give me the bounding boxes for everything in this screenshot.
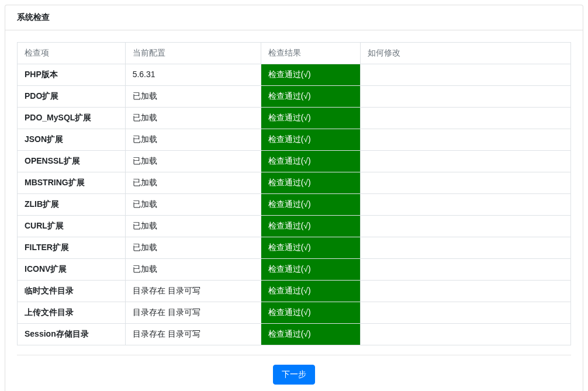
cell-how-to-fix [361,86,571,108]
cell-check-result: 检查通过(√) [261,324,360,345]
cell-how-to-fix [361,302,571,324]
cell-how-to-fix [361,237,571,259]
cell-check-item: FILTER扩展 [18,237,126,259]
table-row: OPENSSL扩展已加载检查通过(√) [18,151,571,172]
cell-check-item: CURL扩展 [18,216,126,237]
cell-check-result: 检查通过(√) [261,259,360,281]
cell-check-result: 检查通过(√) [261,108,360,129]
cell-check-item: Session存储目录 [18,324,126,345]
cell-how-to-fix [361,194,571,216]
cell-current-config: 已加载 [125,237,261,259]
next-step-button[interactable]: 下一步 [273,365,315,385]
cell-current-config: 已加载 [125,86,261,108]
col-header-how-to-fix: 如何修改 [361,43,571,64]
cell-how-to-fix [361,129,571,151]
table-row: PHP版本5.6.31检查通过(√) [18,64,571,86]
cell-check-result: 检查通过(√) [261,129,360,151]
table-row: PDO_MySQL扩展已加载检查通过(√) [18,108,571,129]
system-check-table: 检查项 当前配置 检查结果 如何修改 PHP版本5.6.31检查通过(√)PDO… [17,42,571,345]
cell-check-result: 检查通过(√) [261,172,360,194]
table-row: 上传文件目录目录存在 目录可写检查通过(√) [18,302,571,324]
cell-how-to-fix [361,172,571,194]
cell-check-item: 临时文件目录 [18,281,126,302]
cell-how-to-fix [361,64,571,86]
cell-how-to-fix [361,324,571,345]
table-row: ICONV扩展已加载检查通过(√) [18,259,571,281]
cell-how-to-fix [361,259,571,281]
cell-current-config: 已加载 [125,216,261,237]
table-row: ZLIB扩展已加载检查通过(√) [18,194,571,216]
cell-current-config: 已加载 [125,172,261,194]
table-row: Session存储目录目录存在 目录可写检查通过(√) [18,324,571,345]
cell-how-to-fix [361,151,571,172]
cell-current-config: 目录存在 目录可写 [125,302,261,324]
table-row: JSON扩展已加载检查通过(√) [18,129,571,151]
col-header-current-config: 当前配置 [125,43,261,64]
page-title: 系统检查 [5,5,583,30]
table-row: 临时文件目录目录存在 目录可写检查通过(√) [18,281,571,302]
cell-current-config: 目录存在 目录可写 [125,324,261,345]
cell-how-to-fix [361,281,571,302]
cell-check-item: PDO扩展 [18,86,126,108]
divider [17,355,571,355]
cell-check-item: JSON扩展 [18,129,126,151]
cell-check-item: 上传文件目录 [18,302,126,324]
cell-current-config: 已加载 [125,108,261,129]
col-header-check-result: 检查结果 [261,43,360,64]
cell-check-result: 检查通过(√) [261,151,360,172]
cell-current-config: 已加载 [125,129,261,151]
table-row: MBSTRING扩展已加载检查通过(√) [18,172,571,194]
cell-check-item: ICONV扩展 [18,259,126,281]
cell-how-to-fix [361,216,571,237]
cell-check-result: 检查通过(√) [261,216,360,237]
cell-check-item: ZLIB扩展 [18,194,126,216]
cell-current-config: 已加载 [125,151,261,172]
cell-check-result: 检查通过(√) [261,64,360,86]
cell-check-result: 检查通过(√) [261,281,360,302]
card-body: 检查项 当前配置 检查结果 如何修改 PHP版本5.6.31检查通过(√)PDO… [5,30,583,391]
table-row: CURL扩展已加载检查通过(√) [18,216,571,237]
cell-current-config: 已加载 [125,259,261,281]
cell-current-config: 目录存在 目录可写 [125,281,261,302]
cell-check-item: OPENSSL扩展 [18,151,126,172]
button-row: 下一步 [17,365,571,385]
cell-check-result: 检查通过(√) [261,194,360,216]
cell-current-config: 5.6.31 [125,64,261,86]
cell-check-result: 检查通过(√) [261,86,360,108]
cell-check-item: MBSTRING扩展 [18,172,126,194]
system-check-card: 系统检查 检查项 当前配置 检查结果 如何修改 PHP版本5.6.31检查通过(… [5,5,583,391]
table-row: FILTER扩展已加载检查通过(√) [18,237,571,259]
cell-check-result: 检查通过(√) [261,302,360,324]
cell-how-to-fix [361,108,571,129]
cell-check-item: PDO_MySQL扩展 [18,108,126,129]
table-header-row: 检查项 当前配置 检查结果 如何修改 [18,43,571,64]
cell-current-config: 已加载 [125,194,261,216]
col-header-check-item: 检查项 [18,43,126,64]
cell-check-result: 检查通过(√) [261,237,360,259]
table-row: PDO扩展已加载检查通过(√) [18,86,571,108]
cell-check-item: PHP版本 [18,64,126,86]
